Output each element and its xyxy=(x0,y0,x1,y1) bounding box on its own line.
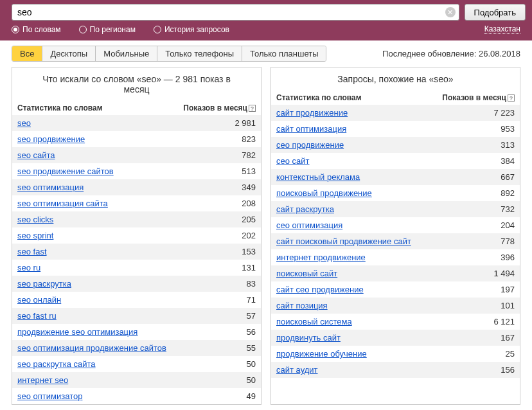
table-row: контекстный реклама667 xyxy=(271,169,520,185)
help-icon[interactable]: ? xyxy=(249,105,256,112)
clear-icon[interactable]: ✕ xyxy=(445,7,456,17)
table-row: интернет продвижение396 xyxy=(271,249,520,265)
keyword-link[interactable]: seo онлайн xyxy=(17,295,61,305)
keyword-link[interactable]: сайт продвижение xyxy=(276,108,348,118)
table-row: сео сайт384 xyxy=(271,153,520,169)
keyword-count: 25 xyxy=(499,349,515,359)
filter-history[interactable]: История запросов xyxy=(154,25,229,34)
table-row: продвижение seo оптимизация56 xyxy=(12,324,261,340)
keyword-count: 384 xyxy=(494,156,515,166)
keyword-link[interactable]: поисковый система xyxy=(276,317,352,326)
keyword-link[interactable]: seo оптимизатор xyxy=(17,391,82,401)
tab-all[interactable]: Все xyxy=(12,46,42,61)
keyword-link[interactable]: seo sprint xyxy=(17,231,53,240)
table-row: seo2 981 xyxy=(12,115,261,131)
submit-button[interactable]: Подобрать xyxy=(465,4,526,21)
keyword-link[interactable]: seo оптимизация xyxy=(17,183,84,192)
table-row: поисковый система6 121 xyxy=(271,314,520,330)
left-panel: Что искали со словом «seo» — 2 981 показ… xyxy=(12,67,262,405)
table-row: сайт продвижение7 223 xyxy=(271,105,520,121)
keyword-link[interactable]: seo сайта xyxy=(17,150,55,160)
keyword-link[interactable]: сайт раскрутка xyxy=(276,204,334,214)
keyword-count: 953 xyxy=(494,124,515,134)
device-tabs: Все Десктопы Мобильные Только телефоны Т… xyxy=(12,46,326,62)
keyword-link[interactable]: поисковый сайт xyxy=(276,269,337,278)
keyword-link[interactable]: seo оптимизация сайта xyxy=(17,199,108,208)
table-row: seo оптимизация продвижение сайтов55 xyxy=(12,340,261,356)
keyword-count: 1 494 xyxy=(487,269,515,278)
keyword-link[interactable]: интернет продвижение xyxy=(276,253,366,262)
keyword-count: 167 xyxy=(494,333,515,343)
table-row: сайт раскрутка732 xyxy=(271,201,520,217)
keyword-count: 778 xyxy=(494,236,515,246)
table-row: seo оптимизатор49 xyxy=(12,388,261,404)
keyword-link[interactable]: seo продвижение сайтов xyxy=(17,166,114,176)
keyword-link[interactable]: seo раскрутка сайта xyxy=(17,359,96,369)
keyword-link[interactable]: сайт оптимизация xyxy=(276,124,346,134)
keyword-link[interactable]: сайт поисковый продвижение сайт xyxy=(276,236,411,246)
keyword-link[interactable]: продвинуть сайт xyxy=(276,333,341,343)
panel-title: Запросы, похожие на «seo» xyxy=(271,67,520,91)
table-row: seo clicks205 xyxy=(12,211,261,227)
keyword-link[interactable]: сайт сео продвижение xyxy=(276,285,364,294)
filter-by-regions[interactable]: По регионам xyxy=(79,25,136,34)
keyword-count: 208 xyxy=(235,199,256,208)
table-row: поисковый продвижение892 xyxy=(271,185,520,201)
keyword-count: 204 xyxy=(494,220,515,230)
keyword-count: 56 xyxy=(240,327,256,337)
keyword-count: 131 xyxy=(235,263,256,272)
table-row: seo раскрутка сайта50 xyxy=(12,356,261,372)
keyword-link[interactable]: продвижение обучение xyxy=(276,349,367,359)
col-header-impressions: Показов в месяц? xyxy=(442,93,515,102)
keyword-link[interactable]: seo fast ru xyxy=(17,311,57,321)
last-update-label: Последнее обновление: 26.08.2018 xyxy=(382,49,520,58)
table-row: продвижение обучение25 xyxy=(271,346,520,362)
panel-title: Что искали со словом «seo» — 2 981 показ… xyxy=(12,67,261,101)
keyword-count: 6 121 xyxy=(487,317,515,326)
keyword-link[interactable]: seo ru xyxy=(17,263,40,272)
table-row: сайт оптимизация953 xyxy=(271,121,520,137)
keyword-count: 50 xyxy=(240,359,256,369)
keyword-link[interactable]: сео оптимизация xyxy=(276,220,342,230)
search-input[interactable] xyxy=(12,4,459,21)
tab-phones-only[interactable]: Только телефоны xyxy=(157,46,242,61)
table-row: сео продвижение313 xyxy=(271,137,520,153)
keyword-link[interactable]: сео сайт xyxy=(276,156,310,166)
table-row: seo оптимизация349 xyxy=(12,179,261,195)
keyword-link[interactable]: поисковый продвижение xyxy=(276,188,372,198)
keyword-count: 55 xyxy=(240,343,256,353)
tab-tablets-only[interactable]: Только планшеты xyxy=(242,46,326,61)
table-row: seo ru131 xyxy=(12,260,261,276)
radio-icon xyxy=(154,26,161,33)
filter-label: История запросов xyxy=(164,25,229,34)
keyword-link[interactable]: seo xyxy=(17,118,31,128)
keyword-count: 153 xyxy=(235,247,256,256)
keyword-count: 197 xyxy=(494,285,515,294)
keyword-link[interactable]: seo clicks xyxy=(17,215,53,224)
tab-desktops[interactable]: Десктопы xyxy=(42,46,96,61)
region-selector[interactable]: Казахстан xyxy=(484,24,520,34)
keyword-count: 156 xyxy=(494,365,515,375)
table-row: seo онлайн71 xyxy=(12,292,261,308)
keyword-count: 57 xyxy=(240,311,256,321)
radio-icon xyxy=(79,26,87,33)
col-header-words: Статистика по словам xyxy=(17,103,103,112)
keyword-link[interactable]: интернет seo xyxy=(17,375,68,385)
filter-by-words[interactable]: По словам xyxy=(12,25,61,34)
keyword-link[interactable]: seo продвижение xyxy=(17,134,85,144)
keyword-link[interactable]: сайт позиция xyxy=(276,301,328,310)
keyword-link[interactable]: seo fast xyxy=(17,247,47,256)
keyword-link[interactable]: seo раскрутка xyxy=(17,279,71,289)
keyword-link[interactable]: сайт аудит xyxy=(276,365,318,375)
keyword-link[interactable]: seo оптимизация продвижение сайтов xyxy=(17,343,166,353)
tab-mobile[interactable]: Мобильные xyxy=(96,46,157,61)
help-icon[interactable]: ? xyxy=(508,94,515,102)
filter-label: По регионам xyxy=(90,25,136,34)
table-row: seo раскрутка83 xyxy=(12,276,261,292)
keyword-link[interactable]: сео продвижение xyxy=(276,140,344,150)
keyword-link[interactable]: контекстный реклама xyxy=(276,172,360,182)
table-row: продвинуть сайт167 xyxy=(271,330,520,346)
keyword-link[interactable]: продвижение seo оптимизация xyxy=(17,327,137,337)
keyword-count: 7 223 xyxy=(487,108,515,118)
keyword-count: 349 xyxy=(235,183,256,192)
